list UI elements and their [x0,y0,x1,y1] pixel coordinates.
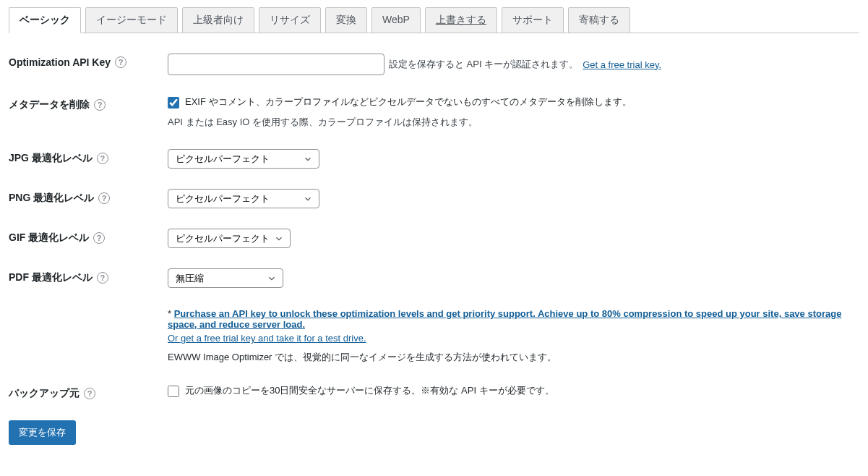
metadata-sub-desc: API または Easy IO を使用する際、カラープロファイルは保持されます。 [168,116,859,129]
api-key-desc: 設定を保存すると API キーが認証されます。 [389,58,578,71]
tab-basic[interactable]: ベーシック [9,7,81,33]
label-text-backup: バックアップ元 [9,387,80,400]
row-gif-level: GIF 最適化レベル ? ピクセルパーフェクト [9,229,859,248]
backup-checkbox-label: 元の画像のコピーを30日間安全なサーバーに保存する。※有効な API キーが必要… [185,384,554,397]
tab-webp[interactable]: WebP [371,7,421,33]
control-api-key: 設定を保存すると API キーが認証されます。 Get a free trial… [168,54,859,75]
label-backup: バックアップ元 ? [9,384,168,400]
help-icon[interactable]: ? [84,388,95,399]
metadata-checkbox-label: EXIF やコメント、カラープロファイルなどピクセルデータでないものすべてのメタ… [185,95,632,109]
control-gif-level: ピクセルパーフェクト [168,229,859,248]
label-metadata: メタデータを削除 ? [9,95,168,111]
label-text-png: PNG 最適化レベル [9,192,94,205]
row-backup: バックアップ元 ? 元の画像のコピーを30日間安全なサーバーに保存する。※有効な… [9,384,859,400]
label-pdf-level: PDF 最適化レベル ? [9,268,168,284]
jpg-level-select[interactable]: ピクセルパーフェクト [168,149,319,169]
label-text-api-key: Optimization API Key [9,56,111,68]
control-png-level: ピクセルパーフェクト [168,189,859,208]
tab-overwrite[interactable]: 上書きする [425,7,497,33]
png-level-select[interactable]: ピクセルパーフェクト [168,189,319,208]
label-text-gif: GIF 最適化レベル [9,231,89,245]
control-metadata: EXIF やコメント、カラープロファイルなどピクセルデータでないものすべてのメタ… [168,95,859,129]
trial-key-link[interactable]: Or get a free trial key and take it for … [168,333,366,344]
gif-level-select[interactable]: ピクセルパーフェクト [168,229,291,248]
row-metadata: メタデータを削除 ? EXIF やコメント、カラープロファイルなどピクセルデータ… [9,95,859,129]
tab-contribute[interactable]: 寄稿する [568,7,630,33]
tab-easy-mode[interactable]: イージーモード [85,7,178,33]
save-button[interactable]: 変更を保存 [9,420,76,445]
label-text-metadata: メタデータを削除 [9,98,90,111]
label-png-level: PNG 最適化レベル ? [9,189,168,205]
tab-support[interactable]: サポート [502,7,564,33]
row-png-level: PNG 最適化レベル ? ピクセルパーフェクト [9,189,859,208]
free-trial-link[interactable]: Get a free trial key. [583,59,661,70]
tab-convert[interactable]: 変換 [325,7,367,33]
info-block: * Purchase an API key to unlock these op… [168,308,859,364]
metadata-checkbox[interactable] [168,97,179,109]
label-api-key: Optimization API Key ? [9,54,168,68]
control-backup: 元の画像のコピーを30日間安全なサーバーに保存する。※有効な API キーが必要… [168,384,859,397]
label-text-pdf: PDF 最適化レベル [9,271,93,284]
info-plain-text: EWWW Image Optimizer では、視覚的に同一なイメージを生成する… [168,351,859,364]
backup-checkbox[interactable] [168,386,179,397]
row-jpg-level: JPG 最適化レベル ? ピクセルパーフェクト [9,149,859,169]
api-key-input[interactable] [168,54,384,75]
asterisk: * [168,308,174,319]
row-pdf-level: PDF 最適化レベル ? 無圧縮 [9,268,859,288]
control-jpg-level: ピクセルパーフェクト [168,149,859,169]
label-gif-level: GIF 最適化レベル ? [9,229,168,245]
settings-tabs: ベーシック イージーモード 上級者向け リサイズ 変換 WebP 上書きする サ… [9,7,859,33]
help-icon[interactable]: ? [97,272,108,284]
help-icon[interactable]: ? [98,192,110,204]
help-icon[interactable]: ? [97,153,108,164]
pdf-level-select[interactable]: 無圧縮 [168,268,283,288]
label-jpg-level: JPG 最適化レベル ? [9,149,168,165]
metadata-checkbox-row: EXIF やコメント、カラープロファイルなどピクセルデータでないものすべてのメタ… [168,95,859,109]
purchase-api-link[interactable]: Purchase an API key to unlock these opti… [168,308,841,330]
tab-resize[interactable]: リサイズ [259,7,321,33]
backup-checkbox-row: 元の画像のコピーを30日間安全なサーバーに保存する。※有効な API キーが必要… [168,384,859,397]
help-icon[interactable]: ? [93,232,105,244]
help-icon[interactable]: ? [94,99,106,111]
control-pdf-level: 無圧縮 [168,268,859,288]
row-api-key: Optimization API Key ? 設定を保存すると API キーが認… [9,54,859,75]
label-text-jpg: JPG 最適化レベル [9,152,93,165]
help-icon[interactable]: ? [115,56,126,68]
tab-advanced[interactable]: 上級者向け [182,7,254,33]
